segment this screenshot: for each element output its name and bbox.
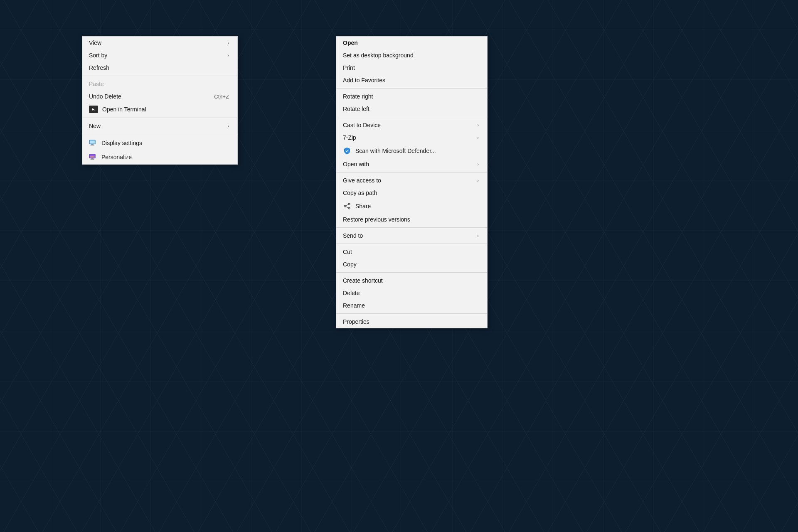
create-shortcut-label: Create shortcut bbox=[343, 277, 383, 284]
menu-item-personalize[interactable]: Personalize bbox=[82, 150, 237, 164]
separator-r3 bbox=[336, 172, 487, 172]
menu-item-create-shortcut[interactable]: Create shortcut bbox=[336, 274, 487, 287]
open-with-arrow: › bbox=[477, 162, 479, 167]
svg-rect-9 bbox=[90, 156, 95, 158]
terminal-icon bbox=[89, 106, 98, 113]
cut-label: Cut bbox=[343, 249, 352, 255]
menu-item-open[interactable]: Open bbox=[336, 37, 487, 49]
shield-defender-icon bbox=[343, 147, 351, 155]
cast-to-device-label: Cast to Device bbox=[343, 122, 381, 128]
separator-1 bbox=[82, 76, 237, 76]
menu-item-scan-defender[interactable]: Scan with Microsoft Defender... bbox=[336, 144, 487, 158]
print-label: Print bbox=[343, 64, 355, 71]
menu-item-give-access[interactable]: Give access to › bbox=[336, 174, 487, 187]
menu-item-cast-to-device[interactable]: Cast to Device › bbox=[336, 119, 487, 131]
menu-item-paste[interactable]: Paste bbox=[82, 78, 237, 90]
open-label: Open bbox=[343, 39, 358, 46]
svg-rect-2 bbox=[91, 145, 94, 145]
refresh-label: Refresh bbox=[89, 64, 109, 71]
undo-delete-label: Undo Delete bbox=[89, 93, 121, 100]
undo-delete-shortcut: Ctrl+Z bbox=[214, 94, 229, 100]
menu-item-sort-by[interactable]: Sort by › bbox=[82, 49, 237, 62]
share-label: Share bbox=[355, 203, 371, 209]
menu-item-print[interactable]: Print bbox=[336, 62, 487, 74]
separator-r6 bbox=[336, 272, 487, 273]
properties-label: Properties bbox=[343, 318, 369, 325]
separator-3 bbox=[82, 134, 237, 134]
svg-point-10 bbox=[348, 203, 350, 205]
separator-2 bbox=[82, 118, 237, 118]
menu-item-display-settings[interactable]: Display settings bbox=[82, 136, 237, 150]
file-context-menu: Open Set as desktop background Print Add… bbox=[336, 36, 488, 328]
separator-r7 bbox=[336, 313, 487, 314]
scan-defender-label: Scan with Microsoft Defender... bbox=[355, 148, 436, 154]
give-access-label: Give access to bbox=[343, 177, 381, 184]
svg-point-12 bbox=[348, 207, 350, 209]
menu-item-new[interactable]: New › bbox=[82, 120, 237, 132]
menu-item-rotate-left[interactable]: Rotate left bbox=[336, 103, 487, 115]
menu-item-set-desktop-bg[interactable]: Set as desktop background bbox=[336, 49, 487, 62]
separator-r4 bbox=[336, 227, 487, 228]
view-arrow: › bbox=[227, 40, 229, 45]
menu-item-7zip[interactable]: 7-Zip › bbox=[336, 131, 487, 144]
give-access-arrow: › bbox=[477, 178, 479, 183]
menu-item-open-with[interactable]: Open with › bbox=[336, 158, 487, 170]
new-label: New bbox=[89, 123, 101, 129]
display-settings-label: Display settings bbox=[101, 140, 142, 146]
separator-r5 bbox=[336, 244, 487, 244]
open-terminal-label: Open in Terminal bbox=[102, 106, 146, 113]
personalize-icon bbox=[89, 153, 97, 161]
svg-line-14 bbox=[346, 207, 348, 208]
menu-item-rename[interactable]: Rename bbox=[336, 299, 487, 312]
svg-point-11 bbox=[344, 205, 346, 207]
copy-label: Copy bbox=[343, 261, 357, 268]
menu-item-refresh[interactable]: Refresh bbox=[82, 62, 237, 74]
svg-rect-4 bbox=[90, 141, 95, 143]
share-icon bbox=[343, 202, 351, 210]
display-settings-icon bbox=[89, 139, 97, 147]
menu-item-cut[interactable]: Cut bbox=[336, 246, 487, 258]
rotate-left-label: Rotate left bbox=[343, 106, 369, 112]
rotate-right-label: Rotate right bbox=[343, 93, 373, 100]
sort-by-arrow: › bbox=[227, 53, 229, 58]
menu-item-properties[interactable]: Properties bbox=[336, 315, 487, 328]
7zip-label: 7-Zip bbox=[343, 134, 356, 141]
add-favorites-label: Add to Favorites bbox=[343, 77, 385, 84]
menu-item-share[interactable]: Share bbox=[336, 199, 487, 213]
svg-rect-7 bbox=[91, 158, 93, 159]
menu-item-send-to[interactable]: Send to › bbox=[336, 229, 487, 242]
menu-item-copy-as-path[interactable]: Copy as path bbox=[336, 187, 487, 199]
menu-item-undo-delete[interactable]: Undo Delete Ctrl+Z bbox=[82, 90, 237, 103]
paste-label: Paste bbox=[89, 81, 104, 87]
svg-rect-8 bbox=[91, 159, 94, 160]
menu-item-copy[interactable]: Copy bbox=[336, 258, 487, 271]
send-to-label: Send to bbox=[343, 232, 363, 239]
rename-label: Rename bbox=[343, 302, 365, 309]
desktop-context-menu: View › Sort by › Refresh Paste Undo Dele… bbox=[82, 36, 238, 165]
copy-as-path-label: Copy as path bbox=[343, 190, 377, 196]
separator-r1 bbox=[336, 88, 487, 89]
personalize-label: Personalize bbox=[101, 154, 132, 160]
7zip-arrow: › bbox=[477, 135, 479, 140]
menu-item-view[interactable]: View › bbox=[82, 37, 237, 49]
open-with-label: Open with bbox=[343, 161, 369, 167]
svg-line-13 bbox=[346, 204, 348, 206]
set-desktop-bg-label: Set as desktop background bbox=[343, 52, 414, 59]
menu-item-restore-versions[interactable]: Restore previous versions bbox=[336, 213, 487, 226]
delete-label: Delete bbox=[343, 290, 360, 296]
menu-item-delete[interactable]: Delete bbox=[336, 287, 487, 299]
sort-by-label: Sort by bbox=[89, 52, 107, 59]
restore-versions-label: Restore previous versions bbox=[343, 216, 410, 223]
svg-rect-1 bbox=[91, 144, 93, 145]
separator-r2 bbox=[336, 117, 487, 117]
menu-item-add-favorites[interactable]: Add to Favorites bbox=[336, 74, 487, 86]
send-to-arrow: › bbox=[477, 233, 479, 238]
cast-arrow: › bbox=[477, 123, 479, 128]
menu-item-open-terminal[interactable]: Open in Terminal bbox=[82, 103, 237, 116]
menu-item-rotate-right[interactable]: Rotate right bbox=[336, 90, 487, 103]
new-arrow: › bbox=[227, 123, 229, 128]
view-label: View bbox=[89, 39, 101, 46]
